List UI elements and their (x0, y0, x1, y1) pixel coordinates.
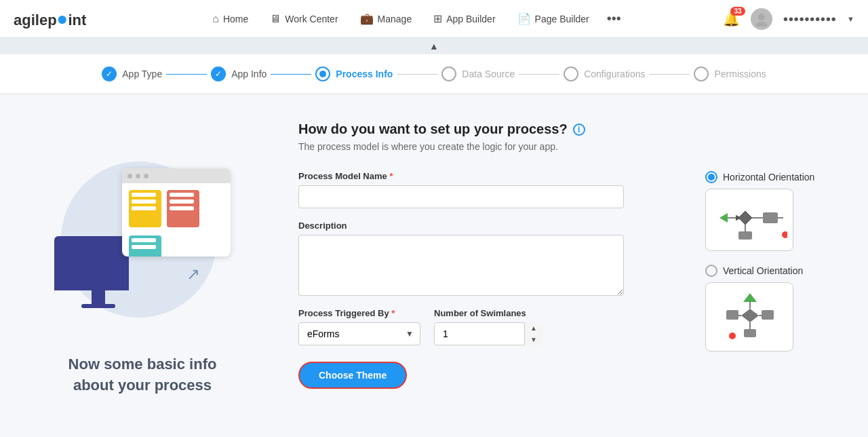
vertical-preview (705, 282, 793, 352)
logo-text: agilep●int (14, 8, 86, 30)
nav-appbuilder[interactable]: ⊞ App Builder (424, 7, 505, 31)
right-panel: How do you want to set up your process? … (285, 94, 868, 437)
navbar-right: 🔔 33 ●●●●●●●●●● ▼ (723, 8, 854, 30)
nav-pagebuilder-label: Page Builder (535, 14, 589, 24)
step-label-configurations: Configurations (584, 69, 645, 79)
wizard-step-configurations[interactable]: Configurations (564, 66, 645, 81)
step-icon-configurations (564, 66, 578, 81)
browser-dot-3 (144, 174, 149, 178)
avatar[interactable] (751, 8, 772, 30)
username-label[interactable]: ●●●●●●●●●● (783, 14, 837, 24)
wizard-step-data-source[interactable]: Data Source (441, 66, 515, 81)
nav-manage[interactable]: 💼 Manage (351, 7, 422, 31)
nav-workcenter[interactable]: 🖥 Work Center (260, 7, 347, 31)
vertical-radio-row[interactable]: Vertical Orientation (705, 265, 841, 277)
card-teal (129, 235, 161, 256)
wizard-step-process-info[interactable]: Process Info (315, 66, 393, 81)
step-icon-app-info: ✓ (211, 66, 226, 81)
svg-marker-4 (738, 211, 752, 225)
vertical-radio[interactable] (705, 265, 717, 277)
illus-browser (122, 168, 231, 256)
card-line (132, 238, 156, 242)
notification-badge: 33 (730, 7, 745, 16)
required-star: * (389, 171, 393, 181)
process-model-name-input[interactable] (298, 185, 624, 208)
svg-rect-8 (763, 212, 778, 223)
horizontal-diagram (713, 196, 787, 244)
spinner-down-button[interactable]: ▼ (525, 334, 542, 345)
horizontal-radio-row[interactable]: Horizontal Orientation (705, 171, 841, 183)
left-text-line1: Now some basic info (68, 356, 217, 373)
vertical-diagram (713, 290, 787, 344)
horizontal-radio[interactable] (705, 171, 717, 183)
spinner-up-button[interactable]: ▲ (525, 322, 542, 334)
logo[interactable]: agilep●int (14, 8, 86, 30)
choose-theme-button[interactable]: Choose Theme (298, 362, 407, 389)
left-text-line2: about your process (73, 377, 212, 394)
card-line (132, 193, 156, 197)
svg-rect-17 (762, 310, 774, 320)
monitor-base (81, 304, 115, 308)
process-triggered-label: Process Triggered By * (298, 308, 420, 318)
choose-theme-wrapper: Choose Theme (298, 356, 692, 389)
user-icon (754, 12, 769, 26)
left-text: Now some basic info about your process (68, 354, 217, 396)
card-yellow (129, 190, 161, 227)
step-connector-3 (397, 74, 437, 75)
chevron-down-icon[interactable]: ▼ (847, 15, 854, 23)
form-group-swimlanes: Number of Swimlanes ▲ ▼ (434, 308, 542, 345)
svg-marker-13 (743, 293, 757, 302)
nav-pagebuilder[interactable]: 📄 Page Builder (508, 7, 599, 31)
monitor-icon: 🖥 (270, 13, 281, 25)
nav-home[interactable]: ⌂ Home (203, 7, 258, 31)
vertical-label: Vertical Orientation (723, 265, 803, 276)
grid-icon: ⊞ (433, 12, 442, 25)
nav-manage-label: Manage (378, 14, 412, 24)
svg-point-0 (758, 14, 765, 20)
info-icon[interactable]: i (573, 124, 585, 136)
notification-bell[interactable]: 🔔 33 (723, 11, 740, 27)
wizard-steps: ✓ App Type ✓ App Info Process Info Data … (0, 54, 868, 94)
nav-home-label: Home (223, 14, 248, 24)
briefcase-icon: 💼 (360, 12, 374, 25)
nav-links: ⌂ Home 🖥 Work Center 💼 Manage ⊞ App Buil… (106, 7, 722, 31)
wizard-step-app-info[interactable]: ✓ App Info (211, 66, 267, 81)
wizard-step-permissions[interactable]: Permissions (694, 66, 766, 81)
step-connector-2 (271, 74, 311, 75)
card-red (167, 190, 199, 227)
card-line (170, 200, 194, 204)
step-icon-app-type: ✓ (102, 66, 117, 81)
wizard-step-app-type[interactable]: ✓ App Type (102, 66, 162, 81)
svg-rect-21 (744, 329, 756, 337)
illustration: ↗ (47, 148, 237, 338)
horizontal-option: Horizontal Orientation (705, 171, 841, 251)
swimlanes-label: Number of Swimlanes (434, 308, 542, 318)
browser-dot-1 (127, 174, 132, 178)
step-icon-process-info (315, 66, 330, 81)
swimlanes-spinner: ▲ ▼ (434, 322, 542, 345)
card-line (132, 200, 156, 204)
horizontal-preview (705, 189, 793, 251)
step-label-app-info: App Info (231, 69, 267, 79)
main-content: ↗ Now some basic info about your process… (0, 94, 868, 437)
horizontal-label: Horizontal Orientation (723, 172, 814, 183)
step-label-app-type: App Type (122, 69, 162, 79)
process-model-name-label: Process Model Name * (298, 171, 624, 181)
browser-body (122, 183, 231, 256)
process-triggered-select[interactable]: eForms API Scheduler Email (298, 322, 420, 345)
step-label-process-info: Process Info (336, 69, 393, 79)
left-panel: ↗ Now some basic info about your process (0, 94, 285, 437)
monitor-screen (54, 236, 129, 290)
form-group-description: Description (298, 221, 624, 296)
more-options-button[interactable]: ••• (601, 8, 627, 29)
step-label-data-source: Data Source (462, 69, 515, 79)
card-line (132, 245, 156, 249)
collapse-bar[interactable]: ▲ (0, 38, 868, 54)
form-area: Process Model Name * Description Process… (298, 171, 692, 389)
step-label-permissions: Permissions (714, 69, 766, 79)
card-line (170, 193, 194, 197)
illus-arrow: ↗ (186, 265, 200, 284)
card-lines-2 (167, 190, 199, 213)
description-input[interactable] (298, 235, 624, 296)
spinner-buttons: ▲ ▼ (524, 322, 542, 345)
